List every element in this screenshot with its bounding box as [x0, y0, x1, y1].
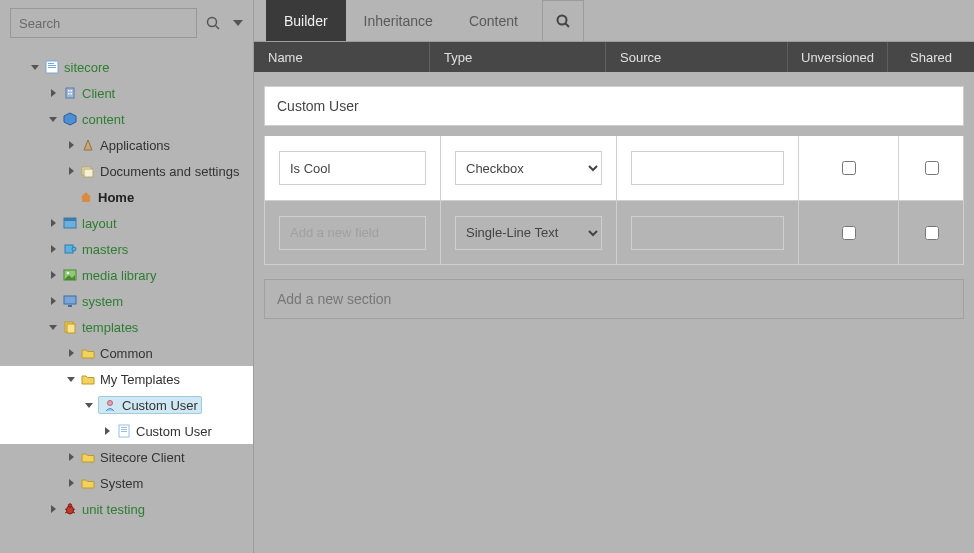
tree-label: sitecore: [64, 60, 110, 75]
tree-node-media[interactable]: media library: [0, 262, 253, 288]
svg-point-19: [72, 247, 76, 251]
field-source-input[interactable]: [631, 216, 784, 250]
tree-node-system-templates[interactable]: System: [0, 470, 253, 496]
field-row: Checkbox Single-Line Text: [265, 136, 963, 200]
tree-label: media library: [82, 268, 156, 283]
field-unversioned-checkbox[interactable]: [842, 161, 856, 175]
tree-node-content[interactable]: content: [0, 106, 253, 132]
tree-label: Custom User: [122, 398, 198, 413]
expander-icon[interactable]: [48, 296, 58, 306]
field-row-new: Single-Line Text Checkbox: [265, 200, 963, 264]
app-icon: [80, 137, 96, 153]
svg-rect-6: [66, 88, 74, 98]
expander-icon[interactable]: [66, 478, 76, 488]
tree-node-common[interactable]: Common: [0, 340, 253, 366]
expander-icon[interactable]: [48, 270, 58, 280]
add-section-input[interactable]: Add a new section: [264, 279, 964, 319]
tree-label: Custom User: [136, 424, 212, 439]
cube-icon: [62, 111, 78, 127]
tree-node-custom-user-section[interactable]: Custom User: [0, 418, 253, 444]
puzzle-icon: [62, 241, 78, 257]
svg-rect-9: [68, 93, 70, 95]
section-name[interactable]: Custom User: [264, 86, 964, 126]
svg-line-39: [565, 24, 569, 28]
tree-node-templates[interactable]: templates: [0, 314, 253, 340]
column-type: Type: [430, 42, 606, 72]
svg-marker-11: [64, 113, 76, 125]
monitor-icon: [62, 293, 78, 309]
expander-icon[interactable]: [66, 140, 76, 150]
expander-icon[interactable]: [48, 504, 58, 514]
svg-rect-15: [82, 197, 90, 202]
templates-icon: [62, 319, 78, 335]
field-source-input[interactable]: [631, 151, 784, 185]
expander-icon[interactable]: [48, 322, 58, 332]
folder-icon: [80, 345, 96, 361]
field-unversioned-checkbox[interactable]: [842, 226, 856, 240]
tree-node-layout[interactable]: layout: [0, 210, 253, 236]
user-template-icon: [102, 397, 118, 413]
expander-icon[interactable]: [30, 62, 40, 72]
svg-rect-8: [71, 90, 73, 92]
tab-bar: Builder Inheritance Content: [254, 0, 974, 42]
field-shared-checkbox[interactable]: [925, 161, 939, 175]
tree-label: content: [82, 112, 125, 127]
image-icon: [62, 267, 78, 283]
tree-node-client[interactable]: Client: [0, 80, 253, 106]
expander-icon[interactable]: [66, 374, 76, 384]
tree-node-custom-user[interactable]: Custom User: [0, 392, 253, 418]
field-name-input[interactable]: [279, 151, 426, 185]
tree-label: Documents and settings: [100, 164, 239, 179]
field-type-select[interactable]: Checkbox Single-Line Text: [455, 151, 602, 185]
expander-icon[interactable]: [48, 218, 58, 228]
expander-icon[interactable]: [48, 88, 58, 98]
tree-node-documents[interactable]: Documents and settings: [0, 158, 253, 184]
field-name-input[interactable]: [279, 216, 426, 250]
folder-icon: [80, 475, 96, 491]
tree-node-applications[interactable]: Applications: [0, 132, 253, 158]
svg-point-0: [208, 18, 217, 27]
expander-icon[interactable]: [66, 452, 76, 462]
svg-rect-17: [64, 218, 76, 221]
column-name: Name: [254, 42, 430, 72]
svg-rect-23: [64, 296, 76, 304]
tree-node-sitecore[interactable]: sitecore: [0, 54, 253, 80]
tab-builder[interactable]: Builder: [266, 0, 346, 41]
expander-icon[interactable]: [84, 400, 94, 410]
expander-icon[interactable]: [66, 166, 76, 176]
expander-icon[interactable]: [48, 244, 58, 254]
tab-inheritance[interactable]: Inheritance: [346, 0, 451, 41]
content-tree: sitecore Client content: [0, 50, 253, 553]
tree-node-system[interactable]: system: [0, 288, 253, 314]
field-type-select[interactable]: Single-Line Text Checkbox: [455, 216, 602, 250]
search-input[interactable]: [10, 8, 197, 38]
expander-icon[interactable]: [66, 348, 76, 358]
svg-line-36: [65, 512, 67, 513]
tree-label: system: [82, 294, 123, 309]
field-shared-checkbox[interactable]: [925, 226, 939, 240]
tree-node-sitecore-client[interactable]: Sitecore Client: [0, 444, 253, 470]
svg-rect-4: [48, 65, 56, 66]
tree-node-unit-testing[interactable]: unit testing: [0, 496, 253, 522]
svg-rect-7: [68, 90, 70, 92]
column-unversioned: Unversioned: [788, 42, 888, 72]
tree-label: Client: [82, 86, 115, 101]
search-dropdown-icon[interactable]: [233, 20, 243, 26]
tab-content[interactable]: Content: [451, 0, 536, 41]
tree-label: templates: [82, 320, 138, 335]
svg-line-37: [73, 512, 75, 513]
tab-search-button[interactable]: [542, 0, 584, 41]
search-icon[interactable]: [203, 13, 223, 33]
svg-rect-29: [121, 427, 127, 428]
tree-node-my-templates[interactable]: My Templates: [0, 366, 253, 392]
tree-label: Sitecore Client: [100, 450, 185, 465]
tree-node-home[interactable]: Home: [0, 184, 253, 210]
tree-label: Home: [98, 190, 134, 205]
expander-icon[interactable]: [102, 426, 112, 436]
tree-label: layout: [82, 216, 117, 231]
expander-icon[interactable]: [48, 114, 58, 124]
search-icon: [555, 13, 571, 29]
svg-point-27: [108, 401, 113, 406]
sidebar: sitecore Client content: [0, 0, 254, 553]
tree-node-masters[interactable]: masters: [0, 236, 253, 262]
